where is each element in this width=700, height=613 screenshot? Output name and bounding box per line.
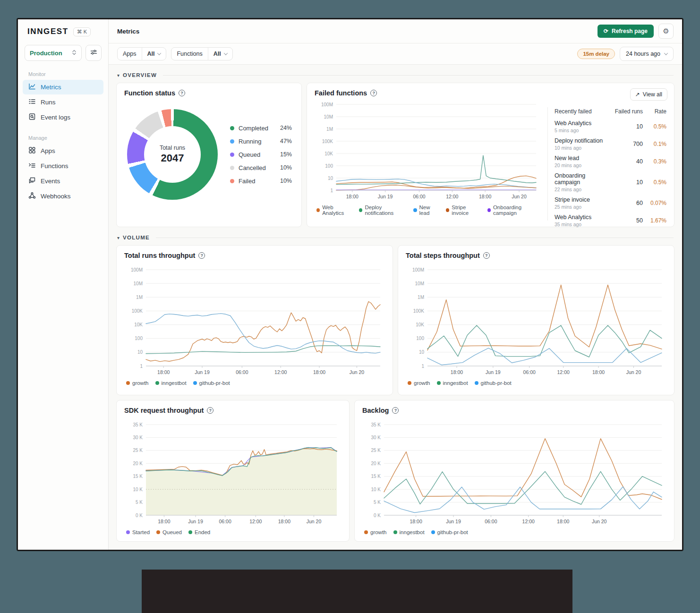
svg-text:18:00: 18:00 — [157, 369, 170, 375]
help-icon[interactable]: ? — [483, 252, 490, 259]
total-steps-throughput-chart: 100M10M1M100K10K10010118:00Jun 1906:0012… — [406, 266, 666, 378]
legend-dot — [437, 381, 441, 385]
total-steps-throughput-title: Total steps throughput — [406, 252, 480, 259]
legend-label: Queued — [239, 151, 276, 158]
sidebar-item-metrics[interactable]: Metrics — [23, 80, 103, 94]
svg-text:Jun 19: Jun 19 — [188, 519, 203, 524]
refresh-icon: ⟳ — [604, 28, 608, 34]
chart-svg: 100M10M1M100K10K10010118:00Jun 1906:0012… — [406, 266, 666, 378]
help-icon[interactable]: ? — [179, 90, 185, 96]
environment-select[interactable]: Production — [25, 45, 82, 61]
sidebar-item-event-logs[interactable]: Event logs — [23, 110, 103, 125]
table-row[interactable]: New lead20 mins ago400.3% — [555, 153, 666, 170]
chevron-down-icon — [664, 51, 668, 55]
svg-text:18:00: 18:00 — [410, 519, 422, 524]
overview-section-toggle[interactable]: ▾ OVERVIEW — [117, 72, 674, 78]
sidebar-item-apps[interactable]: Apps — [23, 144, 103, 158]
total-runs-value: 2047 — [161, 152, 184, 164]
command-k-shortcut[interactable]: ⌘ K — [73, 27, 91, 36]
svg-text:0 K: 0 K — [136, 513, 143, 518]
svg-text:10K: 10K — [134, 322, 143, 327]
help-icon[interactable]: ? — [198, 252, 205, 259]
svg-text:10 K: 10 K — [371, 487, 381, 492]
help-icon[interactable]: ? — [370, 90, 377, 96]
filter-bar: Apps All Functions All 15m delay 24 hour… — [109, 43, 682, 65]
svg-text:10M: 10M — [134, 281, 143, 286]
backlog-chart: 35 K30 K25 K20 K15 K10 K5 K0 K18:00Jun 1… — [362, 421, 666, 528]
svg-text:12:00: 12:00 — [446, 194, 458, 199]
sdk-request-throughput-chart: 35 K30 K25 K20 K15 K10 K5 K0 K18:00Jun 1… — [124, 421, 341, 528]
sidebar-item-webhooks[interactable]: Webhooks — [23, 189, 103, 204]
failed-runs-count: 50 — [611, 217, 643, 224]
legend-dot — [413, 208, 417, 212]
legend-percentage: 10% — [280, 178, 292, 184]
sidebar-item-label: Apps — [41, 147, 55, 154]
section-divider — [156, 238, 674, 238]
legend-item: inngestbot — [437, 380, 468, 386]
donut-center: Total runs 2047 — [144, 126, 201, 183]
svg-text:1: 1 — [140, 364, 143, 369]
table-row[interactable]: Onboarding campaign22 mins ago100.5% — [555, 170, 666, 195]
column-header: Rate — [646, 108, 666, 115]
refresh-page-button[interactable]: ⟳ Refresh page — [598, 25, 654, 38]
recently-failed-rows: Web Analytics5 mins ago100.5%Deploy noti… — [555, 118, 666, 230]
manage-section-label: Manage — [28, 135, 108, 141]
events-bubble-icon — [28, 177, 36, 186]
app-window: INNGEST ⌘ K Production Monitor Metrics — [17, 18, 683, 551]
functions-filter-value: All — [213, 51, 221, 57]
caret-down-icon: ▾ — [117, 73, 120, 78]
function-name: Deploy notification — [555, 137, 608, 144]
volume-section-toggle[interactable]: ▾ VOLUME — [117, 235, 674, 240]
failed-time: 10 mins ago — [555, 145, 608, 151]
apps-filter-value: All — [147, 51, 155, 57]
legend-percentage: 24% — [280, 125, 292, 131]
legend-label: growth — [370, 529, 387, 535]
legend-item: Web Analytics — [316, 204, 352, 216]
environment-filter-button[interactable] — [85, 45, 102, 61]
legend-item: Queued — [156, 529, 182, 535]
view-all-button[interactable]: ↗ View all — [630, 88, 667, 101]
failed-functions-title: Failed functions — [315, 89, 367, 97]
settings-button[interactable]: ⚙ — [658, 24, 674, 39]
svg-text:25 K: 25 K — [371, 448, 381, 453]
function-name: Web Analytics — [555, 120, 608, 127]
svg-text:Jun 20: Jun 20 — [626, 369, 641, 375]
function-status-legend-item: Cancelled10% — [230, 164, 292, 171]
legend-dot — [126, 530, 130, 534]
function-status-legend-item: Completed24% — [230, 125, 292, 132]
legend-label: Cancelled — [239, 164, 276, 171]
help-icon[interactable]: ? — [392, 407, 399, 414]
total-steps-throughput-card: Total steps throughput ? 100M10M1M100K10… — [398, 245, 674, 395]
help-icon[interactable]: ? — [207, 407, 213, 414]
time-range-select[interactable]: 24 hours ago — [620, 47, 674, 61]
legend-dot — [155, 381, 159, 385]
svg-text:30 K: 30 K — [133, 435, 143, 440]
sidebar-item-runs[interactable]: Runs — [23, 95, 103, 110]
svg-text:5 K: 5 K — [374, 500, 381, 505]
legend-label: Onboarding campaign — [493, 204, 541, 216]
sidebar-item-functions[interactable]: Functions — [23, 159, 103, 173]
function-status-legend-item: Failed10% — [230, 178, 292, 185]
legend-label: Web Analytics — [322, 204, 352, 216]
svg-text:10: 10 — [137, 349, 143, 355]
functions-filter[interactable]: Functions All — [171, 47, 232, 60]
svg-text:100: 100 — [325, 163, 333, 169]
apps-filter[interactable]: Apps All — [117, 47, 166, 60]
svg-text:06:00: 06:00 — [219, 519, 231, 524]
table-row[interactable]: Stripe invoice25 mins ago600.07% — [555, 195, 666, 212]
table-row[interactable]: Web Analytics5 mins ago100.5% — [555, 118, 666, 136]
legend-dot — [193, 381, 197, 385]
svg-text:0 K: 0 K — [374, 513, 381, 518]
svg-text:18:00: 18:00 — [278, 519, 290, 524]
legend-item: growth — [408, 380, 430, 386]
section-divider — [163, 75, 674, 76]
svg-text:100: 100 — [135, 336, 143, 341]
svg-text:18:00: 18:00 — [451, 369, 463, 375]
table-row[interactable]: Deploy notification10 mins ago7000.1% — [555, 136, 666, 153]
sidebar: INNGEST ⌘ K Production Monitor Metrics — [18, 19, 109, 550]
sidebar-item-events[interactable]: Events — [23, 174, 103, 188]
svg-text:100M: 100M — [131, 267, 143, 272]
failed-functions-chart: 100M10M1M100K10K10010118:00Jun 1906:0012… — [315, 101, 541, 203]
svg-text:10M: 10M — [415, 281, 424, 286]
table-row[interactable]: Web Analytics35 mins ago501.67% — [555, 212, 666, 230]
